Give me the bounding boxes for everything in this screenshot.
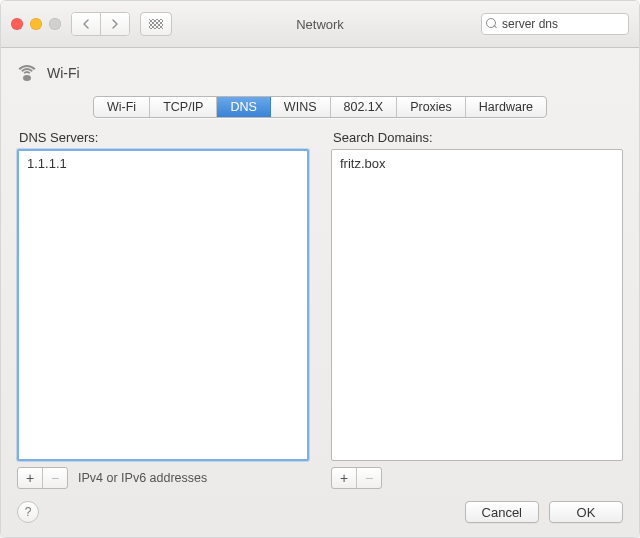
list-item[interactable]: 1.1.1.1 xyxy=(19,154,307,173)
search-domains-addremove: + − xyxy=(331,467,382,489)
dns-servers-add-button[interactable]: + xyxy=(18,468,42,488)
forward-button[interactable] xyxy=(100,13,129,35)
tab-dns[interactable]: DNS xyxy=(216,97,269,117)
minimize-window-button[interactable] xyxy=(30,18,42,30)
dns-servers-addremove: + − xyxy=(17,467,68,489)
search-domains-controls: + − xyxy=(331,467,623,489)
window-traffic-lights xyxy=(11,18,61,30)
help-button[interactable]: ? xyxy=(17,501,39,523)
grid-icon xyxy=(149,19,163,29)
connection-name: Wi-Fi xyxy=(47,65,80,81)
tab-hardware[interactable]: Hardware xyxy=(465,97,546,117)
search-domains-list[interactable]: fritz.box xyxy=(331,149,623,461)
cancel-button[interactable]: Cancel xyxy=(465,501,539,523)
toolbar-nav-group xyxy=(71,12,130,36)
back-button[interactable] xyxy=(72,13,100,35)
dns-columns: DNS Servers: 1.1.1.1 + − IPv4 or IPv6 ad… xyxy=(17,130,623,489)
window-toolbar: Network ✕ xyxy=(1,1,639,48)
search-domains-add-button[interactable]: + xyxy=(332,468,356,488)
zoom-window-button xyxy=(49,18,61,30)
ok-button[interactable]: OK xyxy=(549,501,623,523)
dialog-footer-buttons: Cancel OK xyxy=(465,501,623,523)
show-all-button[interactable] xyxy=(140,12,172,36)
search-domains-column: Search Domains: fritz.box + − xyxy=(331,130,623,489)
search-domains-label: Search Domains: xyxy=(333,130,623,145)
tab-bar-wrap: Wi-FiTCP/IPDNSWINS802.1XProxiesHardware xyxy=(17,96,623,118)
connection-header: Wi-Fi xyxy=(17,60,623,86)
tab-bar: Wi-FiTCP/IPDNSWINS802.1XProxiesHardware xyxy=(93,96,547,118)
tab-tcp-ip[interactable]: TCP/IP xyxy=(149,97,216,117)
list-item[interactable]: fritz.box xyxy=(332,154,622,173)
dns-servers-label: DNS Servers: xyxy=(19,130,309,145)
search-input[interactable] xyxy=(502,14,640,34)
dns-servers-hint: IPv4 or IPv6 addresses xyxy=(78,471,207,485)
dialog-footer: ? Cancel OK xyxy=(17,501,623,523)
preferences-window: Network ✕ Wi-Fi Wi-FiTCP/IPDNSWINS802.1X… xyxy=(0,0,640,538)
tab-802-1x[interactable]: 802.1X xyxy=(330,97,397,117)
dns-servers-list[interactable]: 1.1.1.1 xyxy=(17,149,309,461)
close-window-button[interactable] xyxy=(11,18,23,30)
dns-servers-column: DNS Servers: 1.1.1.1 + − IPv4 or IPv6 ad… xyxy=(17,130,309,489)
dns-servers-controls: + − IPv4 or IPv6 addresses xyxy=(17,467,309,489)
search-field-wrap[interactable]: ✕ xyxy=(481,13,629,35)
search-icon xyxy=(486,18,498,30)
tab-wi-fi[interactable]: Wi-Fi xyxy=(94,97,149,117)
wifi-icon xyxy=(17,65,37,81)
dns-servers-remove-button[interactable]: − xyxy=(42,468,67,488)
tab-proxies[interactable]: Proxies xyxy=(396,97,465,117)
search-domains-remove-button[interactable]: − xyxy=(356,468,381,488)
tab-wins[interactable]: WINS xyxy=(270,97,330,117)
content-area: Wi-Fi Wi-FiTCP/IPDNSWINS802.1XProxiesHar… xyxy=(1,48,639,537)
